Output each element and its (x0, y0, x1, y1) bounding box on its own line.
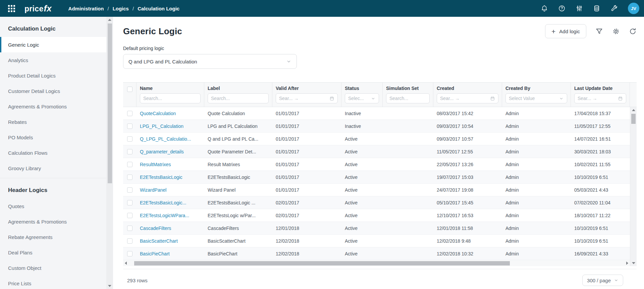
cell-last-update: 11/05/2017 12:55 (571, 124, 630, 129)
filter-button[interactable] (595, 28, 603, 35)
breadcrumb-calculation-logic[interactable]: Calculation Logic (138, 6, 179, 11)
administration-button[interactable] (610, 5, 618, 12)
breadcrumb-logics[interactable]: Logics (113, 6, 129, 11)
horizontal-scrollbar-thumb[interactable] (134, 261, 510, 266)
scroll-up-arrow-icon[interactable] (632, 109, 635, 111)
cell-label: Quote Parameter Det... (204, 149, 272, 154)
cell-name[interactable]: LPG_PL_Calculation (137, 124, 204, 129)
scroll-left-arrow-icon[interactable] (125, 261, 127, 265)
cell-name[interactable]: E2ETestsLogicWPara... (137, 213, 204, 218)
sidebar-scrollbar-thumb[interactable] (108, 23, 112, 183)
cell-name[interactable]: Q_parameter_details (137, 149, 204, 154)
add-logic-button[interactable]: + Add logic (545, 24, 586, 38)
table-row: E2ETestsBasicLogic...E2ETestsBasicLogic … (123, 196, 630, 209)
column-label: Name (140, 86, 201, 91)
user-avatar[interactable]: JV (628, 3, 639, 14)
sidebar-item-custom-object[interactable]: Custom Object (0, 260, 106, 276)
data-manager-button[interactable] (593, 5, 600, 12)
sidebar-item-analytics[interactable]: Analytics (0, 52, 106, 68)
row-checkbox[interactable] (127, 251, 132, 256)
cell-name[interactable]: Q_LPG_PL_Calculatio... (137, 136, 204, 142)
row-checkbox[interactable] (127, 200, 132, 205)
calendar-icon (329, 96, 334, 101)
cell-name[interactable]: E2ETestsBasicLogic... (137, 200, 204, 205)
refresh-button[interactable] (629, 28, 637, 35)
vertical-scrollbar[interactable] (630, 107, 637, 266)
pricefx-logo[interactable]: pricefx (24, 3, 52, 14)
header-scrollbar-spacer (630, 83, 637, 107)
cell-created-by: Admin (502, 213, 571, 218)
configuration-button[interactable] (576, 5, 583, 12)
scroll-right-arrow-icon[interactable] (626, 261, 628, 265)
vertical-scrollbar-thumb[interactable] (631, 114, 636, 124)
horizontal-scrollbar[interactable] (123, 260, 630, 266)
cell-valid-after: 01/01/2017 (272, 175, 341, 180)
row-checkbox[interactable] (127, 175, 132, 180)
cell-created: 22/05/2017 13:26 (433, 162, 502, 167)
table-row: CascadeFiltersCascadeFilters12/01/2018Ac… (123, 222, 630, 235)
app-switcher-button[interactable] (7, 4, 16, 13)
sidebar-scrollbar[interactable] (106, 17, 113, 289)
sidebar: Calculation LogicGeneric LogicAnalyticsP… (0, 17, 113, 289)
cell-last-update: 10/10/2019 6:51 (571, 226, 630, 231)
select-all-checkbox[interactable] (127, 87, 132, 92)
cell-created-by: Admin (502, 162, 571, 167)
notifications-button[interactable] (541, 5, 548, 12)
logics-table: NameLabelValid AfterSear... →StatusSelec… (123, 82, 637, 266)
row-checkbox[interactable] (127, 149, 132, 154)
scroll-up-arrow-icon[interactable] (108, 19, 111, 21)
row-checkbox[interactable] (127, 187, 132, 193)
horizontal-scrollbar-track[interactable] (128, 261, 625, 266)
cell-name[interactable]: QuoteCalculation (137, 111, 204, 116)
filter-placeholder: Selec... (348, 96, 369, 101)
cell-last-update: 05/03/2021 4:43 (571, 187, 630, 193)
sidebar-item-deal-plans[interactable]: Deal Plans (0, 245, 106, 260)
row-checkbox[interactable] (127, 226, 132, 231)
cell-name[interactable]: BasicPieChart (137, 251, 204, 256)
sidebar-item-calculation-flows[interactable]: Calculation Flows (0, 145, 106, 160)
help-button[interactable] (558, 5, 566, 12)
cell-name[interactable]: BasicScatterChart (137, 238, 204, 244)
filter-date-created[interactable]: Sear... → (437, 93, 498, 103)
filter-date-last-update-date[interactable]: Sear... → (574, 93, 626, 103)
filter-input-simulation-set[interactable] (386, 93, 430, 103)
row-checkbox[interactable] (127, 162, 132, 167)
filter-select-status[interactable]: Selec... (345, 93, 379, 103)
plus-icon: + (551, 28, 555, 35)
sidebar-item-product-detail-logics[interactable]: Product Detail Logics (0, 68, 106, 83)
sidebar-item-groovy-library[interactable]: Groovy Library (0, 160, 106, 176)
row-select-cell (123, 213, 137, 218)
row-checkbox[interactable] (127, 238, 132, 244)
row-checkbox[interactable] (127, 213, 132, 218)
sidebar-item-agreements-promotions[interactable]: Agreements & Promotions (0, 214, 106, 229)
sidebar-item-po-models[interactable]: PO Models (0, 130, 106, 145)
sidebar-item-customer-detail-logics[interactable]: Customer Detail Logics (0, 83, 106, 99)
sidebar-item-generic-logic[interactable]: Generic Logic (0, 37, 106, 52)
page-size-select[interactable]: 300 / page (582, 275, 623, 286)
filter-input-label[interactable] (208, 93, 269, 103)
cell-name[interactable]: CascadeFilters (137, 226, 204, 231)
filter-select-created-by[interactable]: Select Value (505, 93, 567, 103)
breadcrumb-administration[interactable]: Administration (68, 6, 104, 11)
sidebar-item-agreements-promotions[interactable]: Agreements & Promotions (0, 99, 106, 114)
settings-button[interactable] (612, 28, 620, 35)
sidebar-item-rebates[interactable]: Rebates (0, 114, 106, 130)
scroll-down-arrow-icon[interactable] (632, 262, 635, 264)
cell-label: Q and LPG and PL Ca... (204, 136, 272, 142)
sidebar-item-rebate-agreements[interactable]: Rebate Agreements (0, 229, 106, 245)
filter-date-valid-after[interactable]: Sear... → (276, 93, 338, 103)
cell-status: Active (341, 162, 383, 167)
default-pricing-logic-select[interactable]: Q and LPG and PL Calculation (123, 54, 297, 69)
cell-name[interactable]: WizardPanel (137, 187, 204, 193)
scroll-down-arrow-icon[interactable] (108, 285, 111, 287)
column-header-label: Label (204, 83, 272, 107)
add-logic-label: Add logic (559, 29, 580, 34)
row-checkbox[interactable] (127, 111, 132, 116)
filter-input-name[interactable] (140, 93, 201, 103)
sidebar-item-quotes[interactable]: Quotes (0, 198, 106, 214)
row-checkbox[interactable] (127, 136, 132, 142)
cell-name[interactable]: E2ETestsBasicLogic (137, 175, 204, 180)
cell-name[interactable]: ResultMatrixes (137, 162, 204, 167)
row-checkbox[interactable] (127, 124, 132, 129)
sidebar-item-price-lists[interactable]: Price Lists (0, 276, 106, 289)
